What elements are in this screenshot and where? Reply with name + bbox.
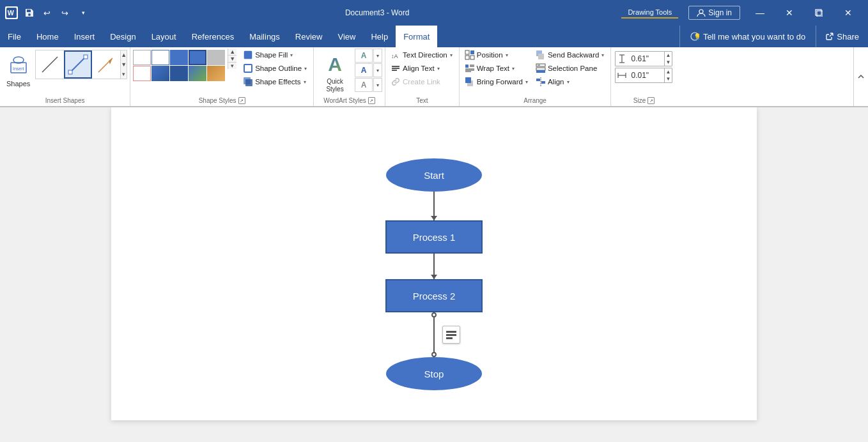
menu-design[interactable]: Design [102,26,143,47]
send-backward-caret: ▾ [601,52,604,58]
document-title: Document3 - Word [133,8,621,17]
style-preset-6[interactable] [133,66,151,81]
style-preset-5[interactable] [207,50,225,65]
close-button[interactable]: ✕ [833,0,863,26]
shape-style-buttons: Shape Fill ▾ Shape Outline ▾ [240,49,311,88]
menu-layout[interactable]: Layout [144,26,184,47]
gallery-scroll-down[interactable]: ▼ [121,60,127,70]
svg-rect-45 [536,70,545,73]
styles-expand[interactable]: ▾ [228,63,236,69]
text-fill-caret[interactable]: ▾ [373,49,382,63]
svg-text:↕A: ↕A [391,53,398,59]
gallery-item-line-selected[interactable] [64,50,92,79]
position-button[interactable]: Position ▾ [462,49,532,61]
text-direction-button[interactable]: ↕A Text Direction ▾ [388,49,456,61]
create-link-button[interactable]: Create Link [388,75,456,88]
menu-home[interactable]: Home [29,26,66,47]
style-preset-8[interactable] [170,66,188,81]
process1-rect[interactable]: Process 1 [385,220,483,254]
sign-in-button[interactable]: Sign in [688,6,740,20]
text-outline-button[interactable]: A [355,63,373,77]
quick-styles-button[interactable]: A QuickStyles [316,49,353,96]
style-preset-10[interactable] [207,66,225,81]
selection-pane-button[interactable]: Selection Pane [533,62,608,75]
word-document[interactable]: Start Process 1 [111,107,757,420]
shapes-button[interactable]: Insert Shapes [3,49,34,89]
shape-outline-caret: ▾ [304,66,307,72]
text-effects-button[interactable]: A [355,78,373,92]
restore-button[interactable] [804,0,833,26]
wordart-expand-icon[interactable]: ↗ [368,97,375,104]
layout-icon-button[interactable] [442,326,460,344]
menu-format[interactable]: Format [396,26,437,47]
svg-rect-29 [465,56,469,59]
width-value[interactable]: 0.01" [628,71,663,80]
svg-rect-56 [446,334,456,336]
maximize-button[interactable]: ✕︎ [775,0,804,26]
align-text-button[interactable]: Align Text ▾ [388,62,456,75]
canvas-area[interactable]: Start Process 1 [0,107,868,442]
menu-mailings[interactable]: Mailings [242,26,288,47]
text-outline-caret[interactable]: ▾ [373,63,382,77]
height-value[interactable]: 0.61" [628,54,663,63]
shape-styles-expand-icon[interactable]: ↗ [238,97,245,104]
redo-button[interactable]: ↪ [58,5,73,20]
menu-references[interactable]: References [184,26,242,47]
bring-forward-button[interactable]: Bring Forward ▾ [462,75,532,88]
wrap-text-button[interactable]: Wrap Text ▾ [462,62,532,75]
style-preset-9[interactable] [189,66,206,81]
title-bar-right: Sign in — ✕︎ ✕ [688,0,863,26]
width-down-arrow[interactable]: ▼ [665,75,672,82]
align-text-icon [391,63,401,73]
svg-rect-48 [541,81,545,84]
width-up-arrow[interactable]: ▲ [665,68,672,75]
align-button[interactable]: Align ▾ [533,75,608,88]
svg-text:↪: ↪ [61,8,68,18]
group-insert-shapes: Insert Shapes [0,47,130,106]
styles-scroll-up[interactable]: ▲ [228,49,236,56]
shape-effects-icon [243,77,253,87]
style-preset-2[interactable] [151,50,169,65]
customize-quick-access-button[interactable]: ▾ [75,5,91,20]
start-ellipse[interactable]: Start [386,158,482,192]
gallery-expand[interactable]: ▾ [121,69,127,79]
width-field[interactable]: 0.01" ▲ ▼ [615,68,672,83]
size-expand-icon[interactable]: ↗ [647,97,655,104]
svg-rect-28 [470,50,474,54]
undo-button[interactable]: ↩ [40,5,55,20]
style-preset-4[interactable] [189,50,206,65]
selection-pane-icon [536,63,546,73]
save-button[interactable] [22,5,37,20]
text-fill-button[interactable]: A [355,49,373,63]
gallery-item-line[interactable] [36,50,64,79]
shape-effects-button[interactable]: Shape Effects ▾ [240,75,311,88]
style-preset-3[interactable] [170,50,188,65]
text-effects-caret[interactable]: ▾ [373,78,382,92]
menu-help[interactable]: Help [363,26,396,47]
svg-rect-14 [68,70,72,74]
process2-rect[interactable]: Process 2 [385,279,483,312]
stop-ellipse[interactable]: Stop [386,357,482,390]
drawing-tools-label: Drawing Tools [621,7,678,19]
menu-review[interactable]: Review [288,26,330,47]
tell-me-input[interactable]: 💡 Tell me what you want to do [679,26,816,47]
shape-fill-button[interactable]: Shape Fill ▾ [240,49,311,61]
menu-view[interactable]: View [330,26,363,47]
style-preset-1[interactable] [133,50,151,65]
minimize-button[interactable]: — [745,0,775,26]
height-down-arrow[interactable]: ▼ [665,59,672,66]
styles-scroll-down[interactable]: ▼ [228,56,236,63]
gallery-item-arrow[interactable] [92,50,120,79]
menu-file[interactable]: File [0,26,29,47]
height-field[interactable]: 0.61" ▲ ▼ [615,51,672,66]
ribbon-collapse-button[interactable] [853,47,868,106]
gallery-scroll-up[interactable]: ▲ [121,50,127,60]
menu-insert[interactable]: Insert [66,26,103,47]
connector-dot-bottom [431,352,437,357]
style-preset-7[interactable] [151,66,169,81]
send-backward-icon [536,50,546,60]
send-backward-button[interactable]: Send Backward ▾ [533,49,608,61]
height-up-arrow[interactable]: ▲ [665,52,672,59]
shape-outline-button[interactable]: Shape Outline ▾ [240,62,311,75]
share-button[interactable]: Share [816,26,868,47]
